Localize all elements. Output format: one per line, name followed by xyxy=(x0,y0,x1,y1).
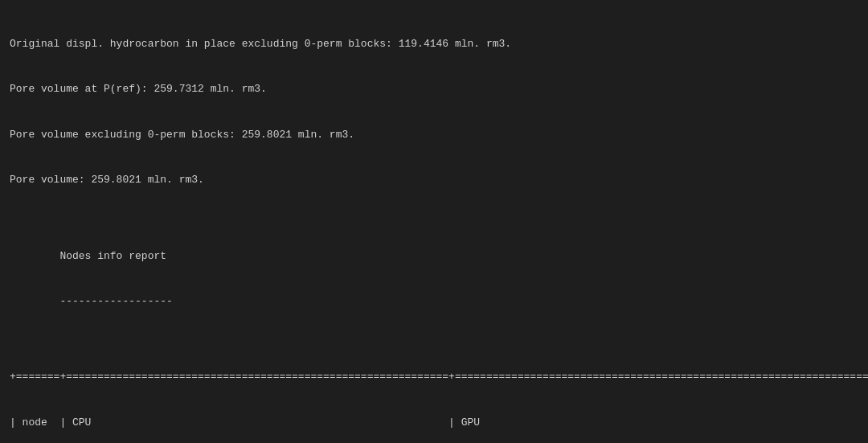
table-top-border: +=======+===============================… xyxy=(10,370,858,385)
line-3: Pore volume excluding 0-perm blocks: 259… xyxy=(10,128,858,143)
line-2: Pore volume at P(ref): 259.7312 mln. rm3… xyxy=(10,82,858,97)
line-4: Pore volume: 259.8021 mln. rm3. xyxy=(10,173,858,188)
table-header-1: | node | CPU | GPU | xyxy=(10,416,858,431)
nodes-info-underline: ------------------ xyxy=(10,294,858,310)
nodes-info-header: Nodes info report xyxy=(10,249,858,265)
line-1: Original displ. hydrocarbon in place exc… xyxy=(10,37,858,52)
terminal-container: Original displ. hydrocarbon in place exc… xyxy=(10,6,858,443)
